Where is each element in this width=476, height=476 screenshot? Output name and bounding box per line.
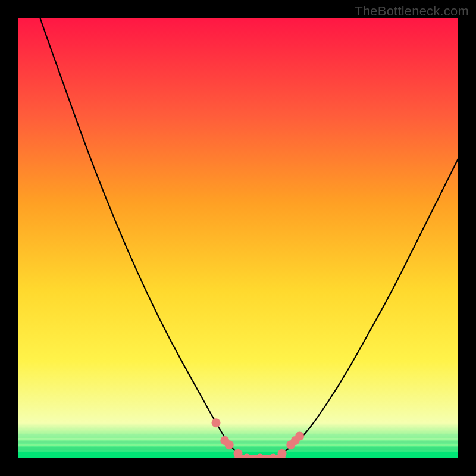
gradient-background xyxy=(18,18,458,458)
bottleneck-chart-svg xyxy=(18,18,458,458)
curve-marker xyxy=(278,449,287,458)
chart-frame: TheBottleneck.com xyxy=(0,0,476,476)
curve-marker xyxy=(225,440,234,449)
curve-marker xyxy=(295,432,304,441)
plot-area xyxy=(18,18,458,458)
stripe xyxy=(18,434,458,437)
stripe xyxy=(18,441,458,443)
stripe xyxy=(18,444,458,446)
watermark-text: TheBottleneck.com xyxy=(355,4,469,19)
curve-marker xyxy=(212,418,221,427)
curve-marker xyxy=(234,449,243,458)
stripe xyxy=(18,438,458,440)
